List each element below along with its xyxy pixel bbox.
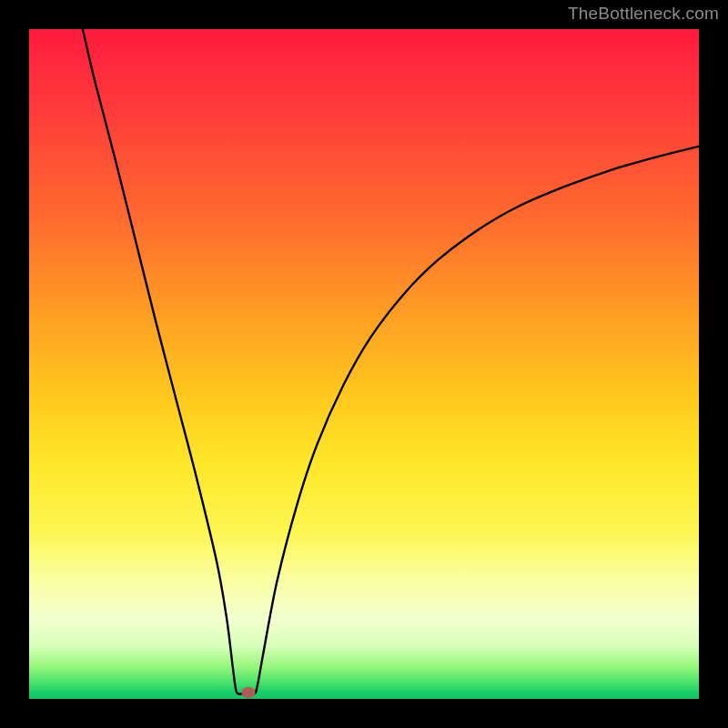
optimum-marker: [242, 687, 256, 698]
bottleneck-curve-path: [83, 29, 699, 694]
bottleneck-curve-svg: [29, 29, 699, 699]
watermark-text: TheBottleneck.com: [568, 4, 719, 24]
chart-stage: TheBottleneck.com: [0, 0, 728, 728]
